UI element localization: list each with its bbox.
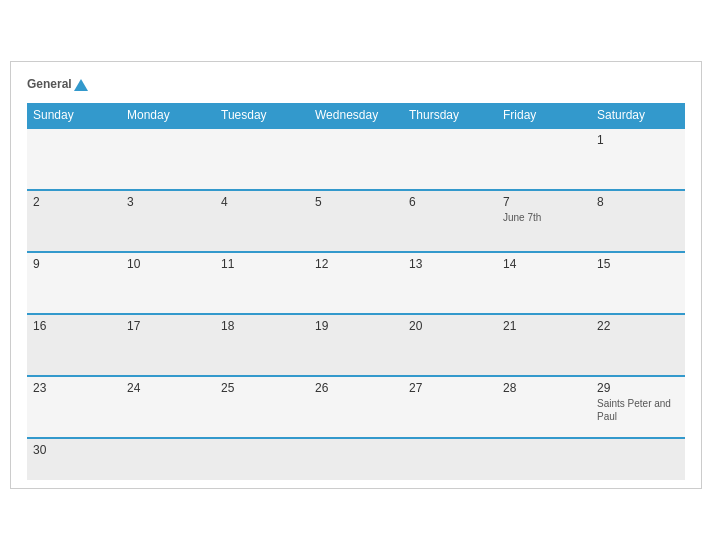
day-number: 27 bbox=[409, 381, 491, 395]
calendar-cell: 1 bbox=[591, 128, 685, 190]
day-number: 28 bbox=[503, 381, 585, 395]
calendar-cell bbox=[121, 438, 215, 480]
weekday-header-saturday: Saturday bbox=[591, 103, 685, 128]
calendar-cell: 11 bbox=[215, 252, 309, 314]
calendar-cell: 10 bbox=[121, 252, 215, 314]
calendar-cell: 8 bbox=[591, 190, 685, 252]
day-number: 17 bbox=[127, 319, 209, 333]
calendar-cell bbox=[403, 438, 497, 480]
day-number: 1 bbox=[597, 133, 679, 147]
calendar-cell: 25 bbox=[215, 376, 309, 438]
day-number: 18 bbox=[221, 319, 303, 333]
calendar-cell bbox=[497, 438, 591, 480]
day-number: 22 bbox=[597, 319, 679, 333]
calendar-cell: 12 bbox=[309, 252, 403, 314]
calendar-cell bbox=[591, 438, 685, 480]
day-number: 19 bbox=[315, 319, 397, 333]
calendar-cell: 14 bbox=[497, 252, 591, 314]
day-number: 3 bbox=[127, 195, 209, 209]
day-number: 6 bbox=[409, 195, 491, 209]
calendar-cell bbox=[497, 128, 591, 190]
calendar-cell bbox=[27, 128, 121, 190]
week-row-2: 9101112131415 bbox=[27, 252, 685, 314]
calendar-table: SundayMondayTuesdayWednesdayThursdayFrid… bbox=[27, 103, 685, 480]
weekday-header-row: SundayMondayTuesdayWednesdayThursdayFrid… bbox=[27, 103, 685, 128]
day-number: 13 bbox=[409, 257, 491, 271]
day-number: 20 bbox=[409, 319, 491, 333]
weekday-header-friday: Friday bbox=[497, 103, 591, 128]
calendar-cell: 26 bbox=[309, 376, 403, 438]
logo-general: General bbox=[27, 78, 88, 91]
calendar-cell: 2 bbox=[27, 190, 121, 252]
calendar-cell: 6 bbox=[403, 190, 497, 252]
day-number: 29 bbox=[597, 381, 679, 395]
calendar-cell: 9 bbox=[27, 252, 121, 314]
calendar-cell: 5 bbox=[309, 190, 403, 252]
calendar-cell: 3 bbox=[121, 190, 215, 252]
day-event: Saints Peter and Paul bbox=[597, 397, 679, 423]
day-number: 26 bbox=[315, 381, 397, 395]
calendar-cell: 23 bbox=[27, 376, 121, 438]
calendar-cell: 4 bbox=[215, 190, 309, 252]
calendar-cell bbox=[309, 128, 403, 190]
day-number: 9 bbox=[33, 257, 115, 271]
weekday-header-thursday: Thursday bbox=[403, 103, 497, 128]
day-number: 21 bbox=[503, 319, 585, 333]
day-number: 2 bbox=[33, 195, 115, 209]
calendar-tbody: 1234567June 7th8910111213141516171819202… bbox=[27, 128, 685, 480]
day-number: 30 bbox=[33, 443, 115, 457]
weekday-header-sunday: Sunday bbox=[27, 103, 121, 128]
day-number: 16 bbox=[33, 319, 115, 333]
week-row-3: 16171819202122 bbox=[27, 314, 685, 376]
calendar-header: General bbox=[27, 78, 685, 91]
weekday-header-wednesday: Wednesday bbox=[309, 103, 403, 128]
day-number: 24 bbox=[127, 381, 209, 395]
day-number: 23 bbox=[33, 381, 115, 395]
day-number: 7 bbox=[503, 195, 585, 209]
calendar-cell bbox=[215, 128, 309, 190]
day-number: 15 bbox=[597, 257, 679, 271]
calendar-cell: 19 bbox=[309, 314, 403, 376]
calendar-cell bbox=[403, 128, 497, 190]
day-number: 4 bbox=[221, 195, 303, 209]
calendar-cell bbox=[121, 128, 215, 190]
day-event: June 7th bbox=[503, 211, 585, 224]
calendar-cell: 29Saints Peter and Paul bbox=[591, 376, 685, 438]
calendar-cell: 17 bbox=[121, 314, 215, 376]
calendar-cell: 24 bbox=[121, 376, 215, 438]
day-number: 5 bbox=[315, 195, 397, 209]
calendar-cell: 27 bbox=[403, 376, 497, 438]
day-number: 12 bbox=[315, 257, 397, 271]
day-number: 8 bbox=[597, 195, 679, 209]
logo-triangle-icon bbox=[74, 79, 88, 91]
calendar-cell: 20 bbox=[403, 314, 497, 376]
calendar-cell: 28 bbox=[497, 376, 591, 438]
day-number: 25 bbox=[221, 381, 303, 395]
calendar-thead: SundayMondayTuesdayWednesdayThursdayFrid… bbox=[27, 103, 685, 128]
calendar-cell: 30 bbox=[27, 438, 121, 480]
calendar-cell: 13 bbox=[403, 252, 497, 314]
logo: General bbox=[27, 78, 88, 91]
calendar-cell bbox=[215, 438, 309, 480]
week-row-1: 234567June 7th8 bbox=[27, 190, 685, 252]
day-number: 10 bbox=[127, 257, 209, 271]
week-row-0: 1 bbox=[27, 128, 685, 190]
weekday-header-tuesday: Tuesday bbox=[215, 103, 309, 128]
calendar: General SundayMondayTuesdayWednesdayThur… bbox=[10, 61, 702, 489]
day-number: 14 bbox=[503, 257, 585, 271]
week-row-5: 30 bbox=[27, 438, 685, 480]
weekday-header-monday: Monday bbox=[121, 103, 215, 128]
calendar-cell: 7June 7th bbox=[497, 190, 591, 252]
calendar-cell: 16 bbox=[27, 314, 121, 376]
calendar-cell bbox=[309, 438, 403, 480]
calendar-cell: 22 bbox=[591, 314, 685, 376]
day-number: 11 bbox=[221, 257, 303, 271]
calendar-cell: 21 bbox=[497, 314, 591, 376]
calendar-cell: 15 bbox=[591, 252, 685, 314]
week-row-4: 23242526272829Saints Peter and Paul bbox=[27, 376, 685, 438]
calendar-cell: 18 bbox=[215, 314, 309, 376]
